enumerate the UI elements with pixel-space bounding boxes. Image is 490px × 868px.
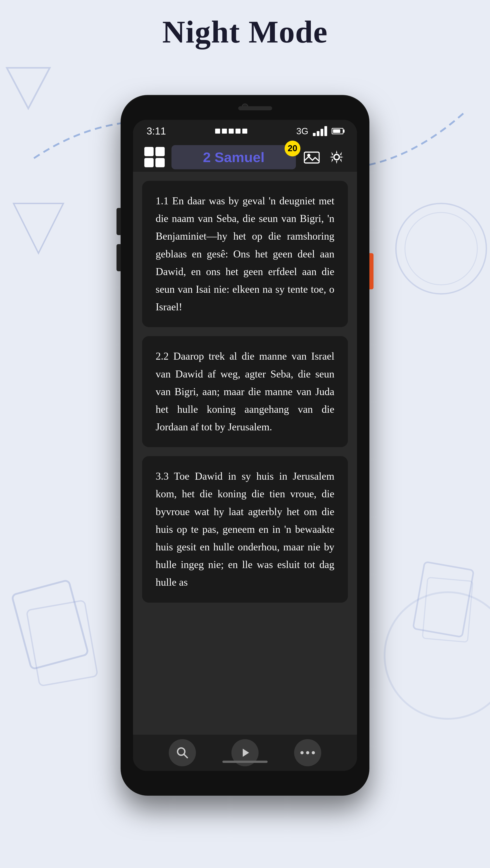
phone-screen: 3:11 3G (133, 120, 357, 771)
verse-card-1[interactable]: 1.1 En daar was by geval 'n deugniet met… (142, 181, 348, 327)
svg-point-15 (300, 751, 304, 754)
bottom-nav (133, 735, 357, 771)
logo-square-2 (155, 147, 165, 156)
signal-dot-1 (215, 129, 220, 133)
signal-strength-icon (313, 126, 327, 136)
logo-square-4 (155, 158, 165, 167)
phone-speaker (238, 106, 272, 110)
status-icons: 3G (296, 126, 343, 136)
logo-square-1 (144, 147, 153, 156)
power-button (369, 253, 374, 289)
signal-dot-2 (222, 129, 227, 133)
book-name-selector[interactable]: 2 Samuel 20 (171, 145, 296, 169)
home-indicator (222, 761, 268, 763)
signal-dot-3 (229, 129, 234, 133)
verse-card-2[interactable]: 2.2 Daarop trek al die manne van Israel … (142, 336, 348, 447)
svg-marker-14 (243, 749, 249, 757)
svg-line-13 (184, 754, 187, 758)
svg-point-16 (306, 751, 309, 754)
more-nav-button[interactable] (294, 739, 321, 766)
battery-icon (332, 128, 343, 134)
header-icons (303, 148, 346, 166)
svg-marker-7 (7, 68, 50, 108)
verse-text-2: 2.2 Daarop trek al die manne van Israel … (156, 347, 334, 436)
svg-rect-5 (413, 562, 474, 637)
svg-rect-6 (422, 577, 473, 642)
logo-square-3 (144, 158, 153, 167)
svg-rect-9 (304, 152, 319, 163)
svg-rect-4 (26, 600, 98, 686)
svg-point-11 (334, 154, 339, 160)
verse-card-3[interactable]: 3.3 Toe Dawid in sy huis in Jerusalem ko… (142, 456, 348, 602)
search-nav-button[interactable] (169, 739, 196, 766)
network-type: 3G (296, 126, 308, 136)
svg-point-17 (312, 751, 315, 754)
phone-device: 3:11 3G (121, 95, 369, 796)
book-name-label: 2 Samuel (203, 149, 264, 165)
page-title: Night Mode (0, 13, 490, 50)
phone-body: 3:11 3G (121, 95, 369, 796)
verse-text-3: 3.3 Toe Dawid in sy huis in Jerusalem ko… (156, 467, 334, 591)
signal-dot-5 (242, 129, 247, 133)
signal-dot-4 (235, 129, 240, 133)
svg-point-2 (405, 213, 477, 285)
volume-down-button (116, 244, 121, 271)
volume-up-button (116, 208, 121, 235)
verse-text-1: 1.1 En daar was by geval 'n deugniet met… (156, 192, 334, 316)
svg-marker-0 (13, 204, 63, 253)
svg-point-1 (396, 204, 486, 294)
chapter-badge: 20 (285, 141, 300, 156)
app-logo[interactable] (144, 147, 165, 167)
app-header: 2 Samuel 20 (133, 143, 357, 172)
content-area: 1.1 En daar was by geval 'n deugniet met… (133, 172, 357, 735)
gallery-button[interactable] (303, 148, 321, 166)
status-time: 3:11 (147, 125, 166, 137)
status-bar: 3:11 3G (133, 120, 357, 143)
svg-point-8 (384, 592, 490, 719)
svg-rect-3 (12, 580, 88, 669)
settings-button[interactable] (327, 148, 346, 166)
